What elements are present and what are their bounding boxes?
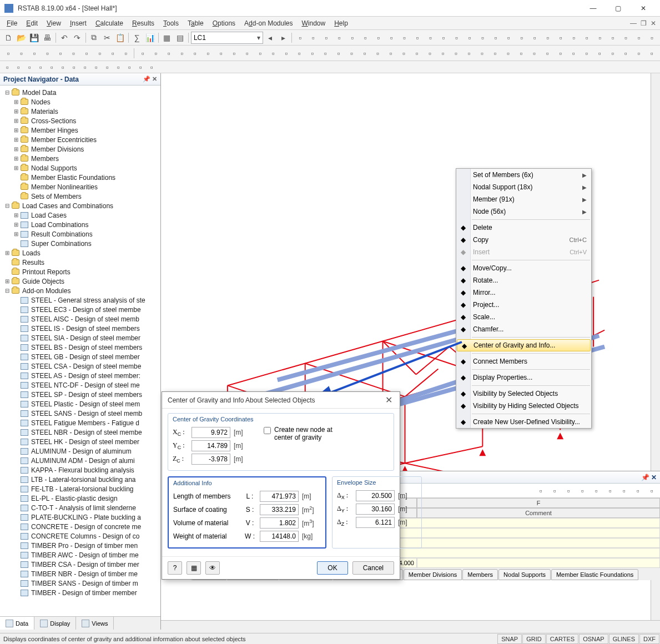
tool-icon-12[interactable]: ▫ xyxy=(450,32,462,44)
cm-center-of-gravity-and-info-[interactable]: ◆Center of Gravity and Info... xyxy=(457,339,591,351)
tree-addon-6[interactable]: STEEL GB - Design of steel member xyxy=(1,352,159,361)
tree-toggle-icon[interactable] xyxy=(12,429,20,436)
cut-icon[interactable]: ✂ xyxy=(101,32,113,44)
tree-md-8[interactable]: Member Elastic Foundations xyxy=(1,173,159,182)
calc-icon[interactable]: ∑ xyxy=(131,32,143,44)
tree-toggle-icon[interactable]: ⊞ xyxy=(12,136,20,144)
tool-icon-18[interactable]: ▫ xyxy=(528,32,540,44)
nav-tab-data[interactable]: Data xyxy=(0,617,34,630)
tree-addon-9[interactable]: STEEL NTC-DF - Design of steel me xyxy=(1,380,159,390)
tree-md-6[interactable]: ⊞Members xyxy=(1,154,159,163)
cm-display-properties-[interactable]: ◆Display Properties... xyxy=(456,371,591,384)
close-button[interactable]: ✕ xyxy=(631,0,656,17)
tool-icon-10[interactable]: ▫ xyxy=(425,32,436,44)
dp-tool-6[interactable]: ▫ xyxy=(618,485,630,497)
tree-addon-16[interactable]: ALUMINUM - Design of aluminum xyxy=(1,446,159,456)
tree-toggle-icon[interactable]: ⊞ xyxy=(12,108,20,115)
create-node-checkbox[interactable] xyxy=(264,427,271,434)
tb3-icon-12[interactable]: ▫ xyxy=(135,62,145,72)
undo-icon[interactable]: ↶ xyxy=(58,32,70,44)
dp-tool-0[interactable]: ▫ xyxy=(535,485,547,497)
weight-input[interactable]: 14148.0 xyxy=(260,531,299,542)
dp-tool-8[interactable]: ▫ xyxy=(646,485,658,497)
tb2b-icon-9[interactable]: ▫ xyxy=(254,47,266,59)
tree-addon-4[interactable]: STEEL SIA - Design of steel member xyxy=(1,333,159,343)
bottom-tab-member-elastic-foundations[interactable]: Member Elastic Foundations xyxy=(551,569,638,580)
tree-md-7[interactable]: ⊞Nodal Supports xyxy=(1,163,159,173)
tree-toggle-icon[interactable]: ⊟ xyxy=(3,287,11,295)
print-icon[interactable]: 🖶 xyxy=(41,32,53,44)
menu-addons[interactable]: Add-on Modules xyxy=(240,18,297,29)
tree-lcc-3[interactable]: Super Combinations xyxy=(1,239,159,248)
tree-toggle-icon[interactable] xyxy=(12,438,20,446)
tb2b-icon-7[interactable]: ▫ xyxy=(228,47,240,59)
menu-file[interactable]: File xyxy=(2,18,22,29)
tb2b-icon-3[interactable]: ▫ xyxy=(176,47,188,59)
tree-lcc[interactable]: ⊟Load Cases and Combinations xyxy=(1,201,159,210)
tool-icon-20[interactable]: ▫ xyxy=(555,32,566,44)
tree-toggle-icon[interactable] xyxy=(12,485,20,493)
tree-addon-13[interactable]: STEEL Fatigue Members - Fatigue d xyxy=(1,418,159,427)
tool-icon-27[interactable]: ▫ xyxy=(646,32,658,44)
tb2-icon-7[interactable]: ▫ xyxy=(94,47,106,59)
cm-nodal-support-18x-[interactable]: Nodal Support (18x)▶ xyxy=(456,181,591,193)
tree-addon-19[interactable]: LTB - Lateral-torsional buckling ana xyxy=(1,475,159,484)
tool-icon-14[interactable]: ▫ xyxy=(476,32,488,44)
tool-icon-16[interactable]: ▫ xyxy=(502,32,514,44)
help-icon[interactable]: ? xyxy=(168,561,182,575)
tb2-icon-9[interactable]: ▫ xyxy=(120,47,132,59)
tree-toggle-icon[interactable]: ⊞ xyxy=(3,278,11,285)
tb2b-icon-31[interactable]: ▫ xyxy=(541,47,553,59)
tb2b-icon-33[interactable]: ▫ xyxy=(567,47,580,59)
tree-toggle-icon[interactable] xyxy=(12,240,20,248)
tree-toggle-icon[interactable]: ⊟ xyxy=(3,202,11,210)
tb2b-icon-37[interactable]: ▫ xyxy=(619,47,632,59)
menu-insert[interactable]: Insert xyxy=(66,18,91,29)
tree-toggle-icon[interactable] xyxy=(12,561,20,568)
results-icon[interactable]: 📊 xyxy=(144,32,156,44)
tree-simple-1[interactable]: Results xyxy=(1,258,159,267)
cell-comment[interactable] xyxy=(417,558,660,568)
tree-toggle-icon[interactable] xyxy=(12,542,20,550)
tree-md-1[interactable]: ⊞Materials xyxy=(1,107,159,116)
tree-toggle-icon[interactable] xyxy=(12,296,20,304)
menu-calculate[interactable]: Calculate xyxy=(91,18,128,29)
tb2b-icon-11[interactable]: ▫ xyxy=(280,47,293,59)
cm-create-new-user-defined-visibility-[interactable]: ◆Create New User-Defined Visibility... xyxy=(456,416,591,428)
status-osnap[interactable]: OSNAP xyxy=(579,634,608,644)
tree-addon-14[interactable]: STEEL NBR - Design of steel membe xyxy=(1,427,159,437)
tb2b-icon-5[interactable]: ▫ xyxy=(202,47,214,59)
tree-toggle-icon[interactable] xyxy=(12,532,20,540)
tree-addon-12[interactable]: STEEL SANS - Design of steel memb xyxy=(1,409,159,418)
tool-icon-25[interactable]: ▫ xyxy=(620,32,632,44)
tree-md-10[interactable]: Sets of Members xyxy=(1,192,159,201)
tb2b-icon-25[interactable]: ▫ xyxy=(463,47,475,59)
tool-icon-15[interactable]: ▫ xyxy=(490,32,501,44)
tree-addon-18[interactable]: KAPPA - Flexural buckling analysis xyxy=(1,465,159,475)
tool-icon-8[interactable]: ▫ xyxy=(399,32,410,44)
tb2b-icon-24[interactable]: ▫ xyxy=(450,47,462,59)
open-icon[interactable]: 📂 xyxy=(15,32,27,44)
tb2b-icon-21[interactable]: ▫ xyxy=(411,47,423,59)
status-glines[interactable]: GLINES xyxy=(609,634,639,644)
tree-simple-0[interactable]: ⊞Loads xyxy=(1,248,159,258)
tree-toggle-icon[interactable]: ⊞ xyxy=(12,117,20,125)
menu-options[interactable]: Options xyxy=(208,18,240,29)
tool-icon-5[interactable]: ▫ xyxy=(359,32,371,44)
tree-md-3[interactable]: ⊞Member Hinges xyxy=(1,125,159,135)
tree-addon-29[interactable]: TIMBER NBR - Design of timber me xyxy=(1,569,159,578)
tree-toggle-icon[interactable] xyxy=(12,466,20,474)
tree-toggle-icon[interactable] xyxy=(12,570,20,578)
tb2b-icon-36[interactable]: ▫ xyxy=(607,47,619,59)
tree-addon-3[interactable]: STEEL IS - Design of steel members xyxy=(1,324,159,333)
tool-icon-23[interactable]: ▫ xyxy=(594,32,606,44)
pin-icon[interactable]: 📌 ✕ xyxy=(143,76,157,83)
tree-toggle-icon[interactable] xyxy=(12,334,20,342)
tb2b-icon-8[interactable]: ▫ xyxy=(241,47,253,59)
tb2b-icon-22[interactable]: ▫ xyxy=(424,47,436,59)
cm-connect-members[interactable]: ◆Connect Members xyxy=(456,355,591,368)
tree-md-9[interactable]: Member Nonlinearities xyxy=(1,182,159,192)
tb2b-icon-4[interactable]: ▫ xyxy=(189,47,201,59)
tree-toggle-icon[interactable] xyxy=(12,551,20,559)
tb2b-icon-17[interactable]: ▫ xyxy=(359,47,371,59)
